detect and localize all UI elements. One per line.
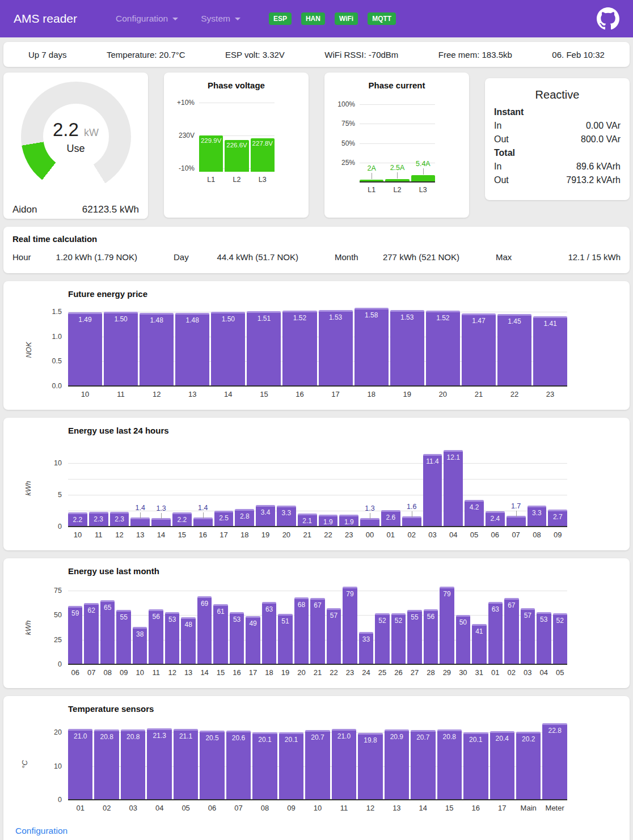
bar-value-label: 3.4	[254, 508, 277, 516]
y-tick-label: 230V	[179, 131, 195, 139]
bar-17: 20.4	[490, 731, 514, 800]
x-tick-label: 13	[175, 390, 209, 398]
bar-28: 56	[424, 609, 438, 664]
bar-26: 52	[391, 613, 406, 664]
configuration-link[interactable]: Configuration	[15, 826, 67, 836]
free-mem-status: Free mem: 183.5kb	[438, 50, 512, 60]
x-tick-label: 17	[214, 531, 234, 539]
bar-value-label: 2.5	[212, 514, 236, 522]
phase-voltage-plot: +10%230V-10%229.9V226.6V227.8V	[199, 103, 275, 172]
row-value: 800.0 VAr	[581, 134, 621, 145]
bar-value-label: 20.8	[92, 733, 121, 741]
bar-value-label: 1.53	[317, 313, 355, 321]
reactive-instant-in-row: In 0.00 VAr	[494, 121, 621, 131]
bar-21: 1.47	[462, 313, 496, 386]
bar-21: 67	[310, 598, 324, 664]
x-tick-label: 03	[121, 804, 145, 812]
bar-value-label: 63	[260, 605, 278, 613]
x-axis-labels: 1011121314151617181920212223000102030405…	[68, 531, 567, 539]
bar-29: 79	[440, 587, 454, 664]
x-tick-label: L1	[199, 176, 223, 184]
row-label: In	[494, 162, 501, 172]
bar-01: 21.0	[68, 729, 92, 800]
bars-group: 21.020.820.821.321.120.520.620.120.120.7…	[68, 723, 567, 800]
x-tick-label: 00	[360, 531, 379, 539]
bar-18: 63	[262, 602, 276, 664]
y-tick-label: +10%	[177, 99, 195, 107]
x-tick-label: 19	[278, 668, 292, 677]
bar-15: 20.8	[437, 729, 462, 800]
bar-05: 52	[553, 613, 567, 664]
bar-01: 2.6	[381, 510, 400, 527]
x-tick-label: 29	[440, 668, 454, 677]
x-tick-label: Meter	[542, 804, 567, 812]
row-label: Out	[494, 175, 509, 185]
label-leader-line	[203, 512, 204, 519]
realtime-max: Max 12.1 / 15 kWh	[496, 252, 621, 262]
x-tick-label: 21	[462, 390, 496, 398]
bar-value-label: 1.48	[137, 316, 176, 324]
bar-value-label: 1.47	[459, 317, 498, 325]
power-gauge-label: Use	[66, 143, 85, 155]
menu-configuration[interactable]: Configuration	[116, 14, 178, 24]
y-tick-label: 50%	[341, 139, 355, 147]
x-tick-label: 05	[174, 804, 198, 812]
y-tick-label: 1.5	[52, 308, 62, 316]
realtime-day: Day 44.4 kWh (51.7 NOK)	[174, 252, 335, 262]
x-tick-label: 15	[437, 804, 462, 812]
x-tick-label: 02	[402, 531, 421, 539]
github-link[interactable]	[597, 7, 619, 30]
bar-value-label: 49	[243, 620, 262, 627]
x-tick-label: 14	[211, 390, 245, 398]
reactive-total-in-row: In 89.6 kVArh	[494, 162, 621, 172]
y-tick-label: 1.0	[52, 333, 62, 341]
x-tick-label: 14	[411, 804, 435, 812]
row-value: 7913.2 kVArh	[566, 175, 621, 185]
bar-27: 55	[407, 610, 421, 664]
power-value: 2.2 kW	[53, 119, 99, 141]
bar-value-label: 20.1	[277, 736, 306, 744]
y-tick-label: 0	[58, 523, 62, 531]
x-axis-labels: 0102030405060708091011121314151617MainMe…	[68, 804, 567, 812]
bar-value-label: 2.3	[108, 515, 132, 523]
bar-22: 1.9	[319, 515, 338, 527]
menu-system[interactable]: System	[201, 14, 240, 24]
x-axis-line	[68, 385, 567, 387]
bar-value-label: 1.58	[352, 311, 391, 319]
bar-24: 33	[359, 632, 373, 664]
bar-01: 63	[488, 602, 503, 664]
x-tick-label: 02	[504, 668, 518, 677]
x-tick-label: 27	[407, 668, 421, 677]
x-tick-label: 12	[140, 390, 174, 398]
bar-07: 62	[84, 603, 98, 664]
future-energy-price-card: Future energy price NOK 0.00.51.01.51.49…	[3, 281, 630, 410]
phase-voltage-card: Phase voltage +10%230V-10%229.9V226.6V22…	[164, 73, 309, 218]
wifi-status-badge: WiFi	[335, 12, 358, 25]
power-gauge-card: 2.2 kW Use Aidon 62123.5 kWh	[3, 73, 148, 219]
x-tick-label: 10	[68, 531, 87, 539]
bar-14: 1.3	[151, 518, 171, 527]
x-tick-label: 13	[385, 804, 409, 812]
rt-value: 1.20 kWh (1.79 NOK)	[56, 252, 137, 262]
gauge-footer: Aidon 62123.5 kWh	[12, 204, 139, 215]
bar-17: 49	[246, 616, 260, 664]
rt-value: 12.1 / 15 kWh	[568, 252, 621, 262]
x-tick-label: 23	[343, 668, 357, 677]
bar-11: 21.0	[332, 729, 356, 800]
bar-31: 41	[472, 624, 486, 664]
x-tick-label: L3	[411, 186, 435, 194]
bar-value-label: 1.45	[495, 317, 534, 325]
bar-05: 21.1	[174, 729, 198, 800]
x-tick-label: 19	[256, 531, 275, 539]
bar-17: 2.5	[214, 511, 234, 527]
bar-16: 1.52	[282, 311, 317, 386]
bar-L2: 226.6V	[225, 140, 248, 172]
reactive-total-header: Total	[494, 148, 621, 158]
bar-04: 21.3	[147, 728, 171, 800]
row-label: Out	[494, 134, 509, 145]
bar-value-label: 52	[551, 617, 569, 625]
x-axis-line	[68, 526, 567, 527]
chart-title: Phase current	[324, 80, 469, 90]
x-tick-label: 03	[521, 668, 535, 677]
bar-14: 69	[197, 596, 212, 664]
